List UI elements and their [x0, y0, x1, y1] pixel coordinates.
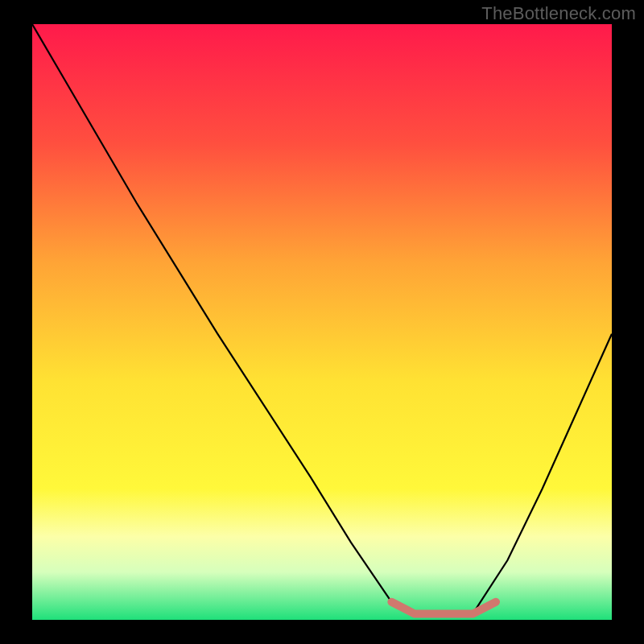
plot-area — [32, 24, 612, 620]
chart-frame: TheBottleneck.com — [0, 0, 644, 644]
optimal-range-marker — [32, 24, 612, 620]
watermark-text: TheBottleneck.com — [481, 3, 636, 24]
